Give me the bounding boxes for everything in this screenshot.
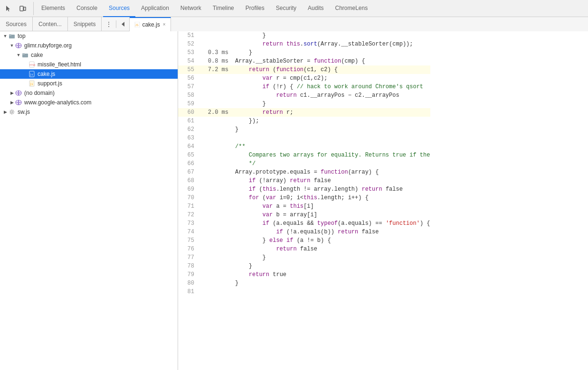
line-code: } (231, 262, 252, 270)
tree-arrow-icon: ▼ (15, 53, 22, 57)
tree-item-google-analytics[interactable]: ▶www.google-analytics.com (0, 98, 178, 107)
tree-item-label: cake.js (38, 71, 55, 77)
code-line[interactable]: 75 } else if (a != b) { (178, 236, 430, 245)
code-line[interactable]: 66 */ (178, 159, 430, 168)
code-line[interactable]: 65 Compares two arrays for equality. Ret… (178, 151, 430, 159)
tree-item-glimr[interactable]: ▼glimr.rubyforge.org (0, 41, 178, 50)
tree-item-missile[interactable]: HTMLmissile_fleet.html (0, 60, 178, 69)
device-icon[interactable] (16, 2, 29, 15)
line-timing (198, 219, 231, 228)
code-line[interactable]: 77 } (178, 253, 430, 262)
code-line[interactable]: 52 return this.sort(Array.__stableSorter… (178, 40, 430, 48)
code-line[interactable]: 530.3 ms } (178, 48, 430, 57)
code-line[interactable]: 71 var a = this[i] (178, 202, 430, 211)
go-back-button[interactable] (116, 18, 130, 31)
cursor-icon[interactable] (2, 2, 15, 15)
close-tab-button[interactable]: × (163, 22, 166, 27)
code-line[interactable]: 78 } (178, 262, 430, 270)
nav-tab-application[interactable]: Application (135, 0, 175, 17)
code-line[interactable]: 73 if (a.equals && typeof(a.equals) == '… (178, 219, 430, 228)
code-line[interactable]: 68 if (!array) return false (178, 176, 430, 185)
tree-item-label: (no domain) (24, 90, 55, 96)
code-line[interactable]: 557.2 ms return (function(c1, c2) { (178, 65, 430, 74)
tree-item-cake-folder[interactable]: ▼cake (0, 50, 178, 60)
tree-item-sw-js[interactable]: ▶sw.js (0, 107, 178, 117)
line-code: return this.sort(Array.__stableSorter(cm… (231, 40, 413, 48)
code-line[interactable]: 602.0 ms return r; (178, 108, 430, 117)
nav-tab-chromelens[interactable]: ChromeLens (329, 0, 373, 17)
file-tab-cake-js[interactable]: JS cake.js × (130, 17, 171, 31)
nav-tab-network[interactable]: Network (175, 0, 207, 17)
line-number: 52 (178, 40, 198, 48)
svg-rect-6 (9, 34, 11, 36)
tree-arrow-icon: ▶ (9, 91, 15, 95)
code-line[interactable]: 80} (178, 279, 430, 287)
more-tabs-button[interactable]: ⋮ (102, 20, 116, 28)
line-code: } (231, 48, 252, 57)
line-timing (198, 31, 231, 40)
tree-item-top[interactable]: ▼top (0, 31, 178, 41)
code-line[interactable]: 81 (178, 287, 430, 296)
line-timing (198, 74, 231, 83)
line-timing (198, 168, 231, 176)
line-timing (198, 236, 231, 245)
nav-tab-sources[interactable]: Sources (103, 0, 135, 17)
svg-text:js: js (30, 82, 34, 86)
code-line[interactable]: 76 return false (178, 245, 430, 253)
nav-tab-timeline[interactable]: Timeline (207, 0, 240, 17)
code-line[interactable]: 62} (178, 125, 430, 134)
tree-item-support-js[interactable]: jssupport.js (0, 79, 178, 88)
line-number: 76 (178, 245, 198, 253)
file-tree: ▼top▼glimr.rubyforge.org▼cakeHTMLmissile… (0, 31, 178, 117)
svg-point-21 (11, 111, 13, 113)
code-line[interactable]: 70 for (var i=0; i<this.length; i++) { (178, 194, 430, 202)
line-number: 64 (178, 142, 198, 151)
nav-tab-security[interactable]: Security (270, 0, 302, 17)
code-line[interactable]: 57 if (!r) { // hack to work around Chro… (178, 83, 430, 91)
code-line[interactable]: 51 } (178, 31, 430, 40)
code-line[interactable]: 67Array.prototype.equals = function(arra… (178, 168, 430, 176)
line-number: 51 (178, 31, 198, 40)
tree-item-no-domain[interactable]: ▶(no domain) (0, 88, 178, 98)
tree-item-label: missile_fleet.html (38, 61, 81, 68)
line-code: return false (231, 245, 317, 253)
line-timing (198, 245, 231, 253)
nav-tab-console[interactable]: Console (71, 0, 103, 17)
line-timing (198, 253, 231, 262)
line-number: 73 (178, 219, 198, 228)
nav-tab-elements[interactable]: Elements (36, 0, 71, 17)
nav-tab-audits[interactable]: Audits (302, 0, 329, 17)
code-editor[interactable]: 51 }52 return this.sort(Array.__stableSo… (178, 31, 588, 370)
file-tab-bar: JS cake.js × (130, 17, 588, 31)
svg-text:JS: JS (135, 23, 139, 27)
code-line[interactable]: 59 } (178, 100, 430, 108)
tree-item-cake-js[interactable]: jscake.js (0, 69, 178, 79)
code-line[interactable]: 540.8 msArray.__stableSorter = function(… (178, 57, 430, 65)
tree-arrow-icon: ▶ (2, 110, 9, 114)
line-timing (198, 228, 231, 236)
code-line[interactable]: 64/** (178, 142, 430, 151)
line-code: Array.__stableSorter = function(cmp) { (231, 57, 365, 65)
gear-icon (9, 109, 15, 115)
tab-snippets[interactable]: Snippets (68, 17, 102, 31)
svg-text:js: js (30, 73, 34, 76)
code-line[interactable]: 63 (178, 134, 430, 142)
line-number: 57 (178, 83, 198, 91)
line-code: return (function(c1, c2) { (231, 65, 338, 74)
code-line[interactable]: 69 if (this.length != array.length) retu… (178, 185, 430, 194)
code-line[interactable]: 74 if (!a.equals(b)) return false (178, 228, 430, 236)
code-line[interactable]: 79 return true (178, 270, 430, 279)
code-line[interactable]: 56 var r = cmp(c1,c2); (178, 74, 430, 83)
code-line[interactable]: 58 return c1.__arrayPos − c2.__arrayPos (178, 91, 430, 100)
svg-rect-0 (20, 6, 23, 11)
line-timing (198, 287, 231, 296)
nav-tab-profiles[interactable]: Profiles (240, 0, 270, 17)
line-number: 72 (178, 211, 198, 219)
code-line[interactable]: 72 var b = array[i] (178, 211, 430, 219)
line-number: 54 (178, 57, 198, 65)
tab-sources-secondary[interactable]: Sources (0, 17, 33, 31)
code-line[interactable]: 61 }); (178, 117, 430, 125)
tab-content[interactable]: Conten... (33, 17, 68, 31)
line-code: return c1.__arrayPos − c2.__arrayPos (231, 91, 399, 100)
line-timing (198, 211, 231, 219)
